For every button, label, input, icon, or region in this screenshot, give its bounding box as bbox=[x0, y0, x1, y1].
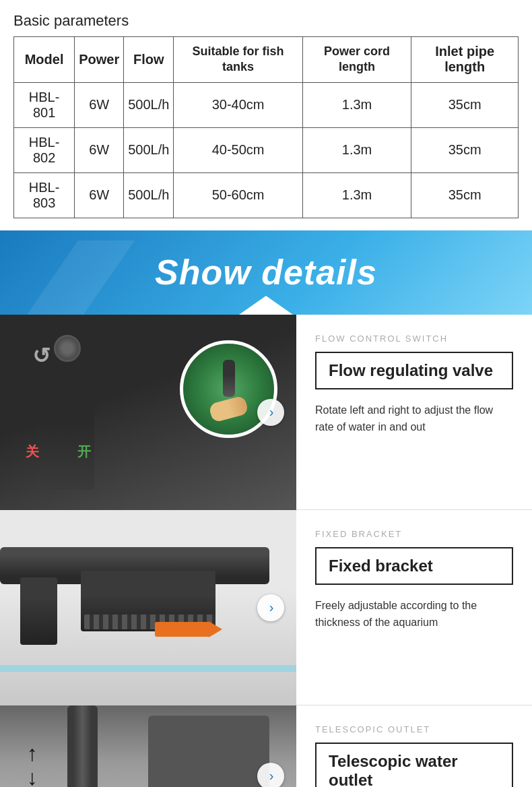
bracket-description: Freely adjustable according to the thick… bbox=[315, 597, 513, 631]
telescopic-panel-row: ↑ ↓ › TELESCOPIC OUTLET Telescopic water… bbox=[0, 705, 532, 787]
table-cell: HBL-802 bbox=[14, 127, 75, 172]
col-power: Power bbox=[75, 37, 124, 83]
params-table: Model Power Flow Suitable for fish tanks… bbox=[13, 36, 519, 218]
telescopic-next-button[interactable]: › bbox=[257, 763, 284, 787]
show-details-banner: Show details bbox=[0, 230, 532, 315]
table-cell: 40-50cm bbox=[174, 127, 302, 172]
col-model: Model bbox=[14, 37, 75, 83]
table-cell: 35cm bbox=[411, 82, 519, 127]
flow-left-arrow: ↺ bbox=[32, 343, 51, 369]
bracket-arrow-bar bbox=[155, 622, 209, 637]
table-cell: HBL-801 bbox=[14, 82, 75, 127]
table-cell: 500L/h bbox=[124, 82, 174, 127]
table-cell: HBL-803 bbox=[14, 172, 75, 218]
bracket-next-arrow: › bbox=[269, 600, 274, 615]
table-cell: 1.3m bbox=[302, 82, 411, 127]
col-suitable: Suitable for fish tanks bbox=[174, 37, 302, 83]
table-cell: 6W bbox=[75, 127, 124, 172]
table-cell: 35cm bbox=[411, 172, 519, 218]
show-details-text: Show details bbox=[155, 252, 377, 292]
bracket-image: › bbox=[0, 510, 296, 705]
col-cord: Power cord length bbox=[302, 37, 411, 83]
flow-panel-row: ↺ 关 开 › FLOW CONTROL SWITCH Flow regulat… bbox=[0, 315, 532, 510]
bracket-panel-row: › FIXED BRACKET Fixed bracket Freely adj… bbox=[0, 510, 532, 705]
flow-open-label: 开 bbox=[77, 443, 91, 461]
flow-description: Rotate left and right to adjust the flow… bbox=[315, 402, 513, 436]
telescopic-label: TELESCOPIC OUTLET bbox=[315, 724, 513, 734]
col-flow: Flow bbox=[124, 37, 174, 83]
bracket-label: FIXED BRACKET bbox=[315, 529, 513, 539]
section-title: Basic parameters bbox=[13, 12, 519, 30]
bracket-feature-box: Fixed bracket bbox=[315, 547, 513, 585]
table-cell: 30-40cm bbox=[174, 82, 302, 127]
telescopic-image: ↑ ↓ › bbox=[0, 705, 296, 787]
table-cell: 6W bbox=[75, 172, 124, 218]
table-cell: 35cm bbox=[411, 127, 519, 172]
bracket-arrow-indicator bbox=[155, 621, 222, 637]
table-cell: 50-60cm bbox=[174, 172, 302, 218]
basic-params-section: Basic parameters Model Power Flow Suitab… bbox=[0, 0, 532, 225]
tele-down-arrow: ↓ bbox=[27, 767, 38, 787]
col-inlet: Inlet pipe length bbox=[411, 37, 519, 83]
flow-next-button[interactable]: › bbox=[257, 399, 284, 426]
bracket-tank-edge bbox=[0, 665, 296, 672]
telescopic-next-arrow: › bbox=[269, 768, 274, 784]
bracket-arrow-head bbox=[209, 621, 222, 637]
tele-vertical-pipe bbox=[67, 705, 98, 787]
bracket-next-button[interactable]: › bbox=[257, 594, 284, 621]
flow-device-body bbox=[40, 355, 94, 490]
flow-hand-mock bbox=[208, 395, 248, 422]
flow-label: FLOW CONTROL SWITCH bbox=[315, 334, 513, 344]
telescopic-info: TELESCOPIC OUTLET Telescopic water outle… bbox=[296, 705, 532, 787]
tele-filter-box bbox=[148, 716, 269, 787]
flow-pipe-mock bbox=[223, 360, 235, 397]
flow-close-label: 关 bbox=[26, 443, 39, 461]
telescopic-feature-box: Telescopic water outlet bbox=[315, 743, 513, 787]
table-cell: 1.3m bbox=[302, 172, 411, 218]
flow-feature-box: Flow regulating valve bbox=[315, 352, 513, 389]
banner-triangle bbox=[239, 296, 293, 315]
flow-knob bbox=[54, 335, 81, 362]
flow-next-arrow: › bbox=[269, 404, 274, 420]
bracket-info: FIXED BRACKET Fixed bracket Freely adjus… bbox=[296, 510, 532, 705]
table-cell: 500L/h bbox=[124, 172, 174, 218]
tele-up-arrow: ↑ bbox=[27, 743, 38, 764]
table-cell: 500L/h bbox=[124, 127, 174, 172]
flow-image: ↺ 关 开 › bbox=[0, 315, 296, 510]
bracket-vertical-connector bbox=[20, 577, 57, 645]
tele-arrows-container: ↑ ↓ bbox=[27, 743, 38, 787]
flow-info: FLOW CONTROL SWITCH Flow regulating valv… bbox=[296, 315, 532, 509]
table-cell: 6W bbox=[75, 82, 124, 127]
table-cell: 1.3m bbox=[302, 127, 411, 172]
